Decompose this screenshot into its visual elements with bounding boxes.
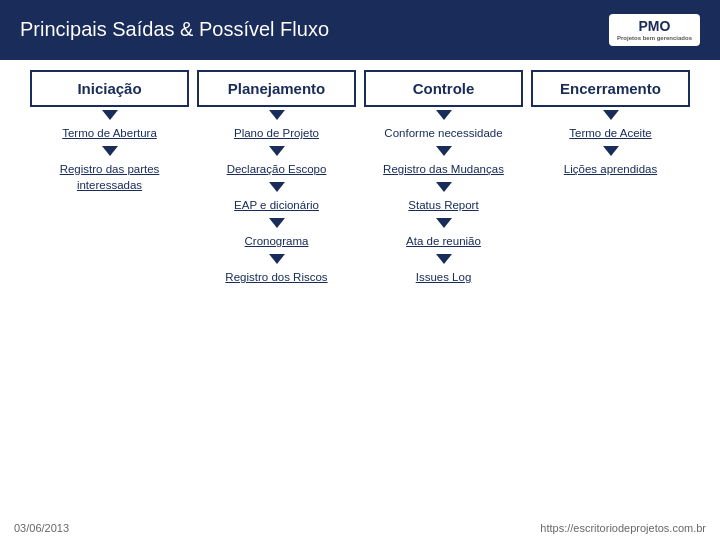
phase-header-iniciacao: Iniciação	[30, 70, 189, 107]
pmo-logo: PMO Projetos bem gerenciados	[609, 14, 700, 46]
phase-header-controle: Controle	[364, 70, 523, 107]
list-item[interactable]: Lições aprendidas	[531, 159, 690, 179]
list-item[interactable]: Ata de reunião	[364, 231, 523, 251]
down-arrow-icon	[269, 110, 285, 120]
list-item[interactable]: Declaração Escopo	[197, 159, 356, 179]
link-item[interactable]: Issues Log	[366, 269, 521, 285]
arrow-controle-3	[364, 218, 523, 228]
link-item[interactable]: Plano de Projeto	[199, 125, 354, 141]
down-arrow-icon	[269, 182, 285, 192]
down-arrow-icon	[102, 110, 118, 120]
list-item[interactable]: Termo de Aceite	[531, 123, 690, 143]
list-item[interactable]: Registro das Mudanças	[364, 159, 523, 179]
footer-url: https://escritoriodeprojetos.com.br	[540, 522, 706, 534]
arrow-iniciacao-1	[30, 146, 189, 156]
link-item[interactable]: Termo de Aceite	[533, 125, 688, 141]
down-arrow-icon	[603, 146, 619, 156]
main-content: IniciaçãoTermo de AberturaRegistro das p…	[0, 60, 720, 297]
arrow-planejamento-3	[197, 218, 356, 228]
down-arrow-icon	[436, 218, 452, 228]
grid-col-controle: ControleConforme necessidadeRegistro das…	[364, 70, 523, 287]
arrow-iniciacao-0	[30, 110, 189, 120]
arrow-controle-0	[364, 110, 523, 120]
link-item[interactable]: Declaração Escopo	[199, 161, 354, 177]
arrow-controle-2	[364, 182, 523, 192]
down-arrow-icon	[269, 146, 285, 156]
link-item[interactable]: Cronograma	[199, 233, 354, 249]
grid-col-encerramento: EncerramentoTermo de AceiteLições aprend…	[531, 70, 690, 287]
phases-grid: IniciaçãoTermo de AberturaRegistro das p…	[20, 70, 700, 287]
arrow-controle-1	[364, 146, 523, 156]
down-arrow-icon	[436, 254, 452, 264]
link-item[interactable]: Registro dos Riscos	[199, 269, 354, 285]
link-item[interactable]: Ata de reunião	[366, 233, 521, 249]
logo-text: PMO	[639, 18, 671, 35]
down-arrow-icon	[436, 182, 452, 192]
list-item[interactable]: Plano de Projeto	[197, 123, 356, 143]
down-arrow-icon	[603, 110, 619, 120]
page: Principais Saídas & Possível Fluxo PMO P…	[0, 0, 720, 540]
list-item: Conforme necessidade	[364, 123, 523, 143]
arrow-planejamento-1	[197, 146, 356, 156]
list-item[interactable]: Registro dos Riscos	[197, 267, 356, 287]
link-item[interactable]: Lições aprendidas	[533, 161, 688, 177]
phase-header-encerramento: Encerramento	[531, 70, 690, 107]
arrow-encerramento-0	[531, 110, 690, 120]
down-arrow-icon	[269, 218, 285, 228]
plain-item: Conforme necessidade	[366, 125, 521, 141]
logo-subtitle: Projetos bem gerenciados	[617, 35, 692, 42]
link-item[interactable]: EAP e dicionário	[199, 197, 354, 213]
down-arrow-icon	[436, 146, 452, 156]
arrow-planejamento-2	[197, 182, 356, 192]
list-item[interactable]: Registro das partes interessadas	[30, 159, 189, 195]
grid-col-planejamento: PlanejamentoPlano de ProjetoDeclaração E…	[197, 70, 356, 287]
link-item[interactable]: Status Report	[366, 197, 521, 213]
list-item[interactable]: Status Report	[364, 195, 523, 215]
arrow-planejamento-4	[197, 254, 356, 264]
list-item[interactable]: Cronograma	[197, 231, 356, 251]
arrow-encerramento-1	[531, 146, 690, 156]
link-item[interactable]: Registro das partes interessadas	[32, 161, 187, 193]
arrow-controle-4	[364, 254, 523, 264]
grid-col-iniciacao: IniciaçãoTermo de AberturaRegistro das p…	[30, 70, 189, 287]
down-arrow-icon	[436, 110, 452, 120]
link-item[interactable]: Termo de Abertura	[32, 125, 187, 141]
list-item[interactable]: Issues Log	[364, 267, 523, 287]
footer: 03/06/2013 https://escritoriodeprojetos.…	[14, 522, 706, 534]
link-item[interactable]: Registro das Mudanças	[366, 161, 521, 177]
header: Principais Saídas & Possível Fluxo PMO P…	[0, 0, 720, 60]
list-item[interactable]: Termo de Abertura	[30, 123, 189, 143]
footer-date: 03/06/2013	[14, 522, 69, 534]
phase-header-planejamento: Planejamento	[197, 70, 356, 107]
list-item[interactable]: EAP e dicionário	[197, 195, 356, 215]
down-arrow-icon	[269, 254, 285, 264]
arrow-planejamento-0	[197, 110, 356, 120]
down-arrow-icon	[102, 146, 118, 156]
page-title: Principais Saídas & Possível Fluxo	[20, 18, 329, 41]
